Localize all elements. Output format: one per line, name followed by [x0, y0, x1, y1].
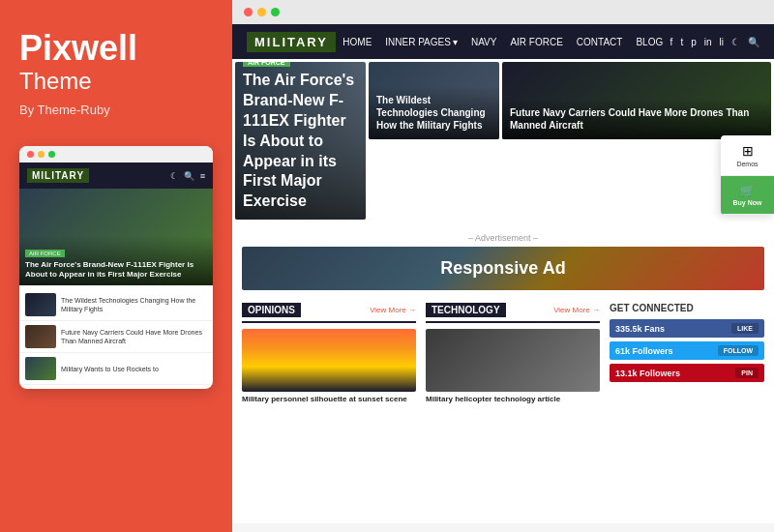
moon-icon[interactable]: ☾ [731, 37, 740, 47]
hero-grid: The Wildest Technologies Changing How th… [232, 59, 774, 225]
article-thumbnail [25, 293, 56, 316]
dot-yellow [38, 151, 45, 158]
hero-overlay-2: Future Navy Carriers Could Have More Dro… [502, 99, 771, 139]
nav-links: HOME INNER PAGES ▾ NAVY AIR FORCE CONTAC… [342, 37, 663, 47]
browser-dot-red [244, 8, 253, 16]
hero-title-2: Future Navy Carriers Could Have More Dro… [510, 106, 763, 132]
hero-title-1: The Wildest Technologies Changing How th… [376, 94, 491, 132]
hero-item-1[interactable]: The Wildest Technologies Changing How th… [369, 62, 499, 139]
hero-item-3[interactable]: AIR FORCE The Air Force's Brand-New F-11… [235, 62, 366, 220]
twitter-action[interactable]: FOLLOW [718, 345, 759, 356]
facebook-info: 335.5k Fans [615, 324, 665, 334]
technology-article-title: Military helicopter technology article [426, 395, 600, 404]
pinterest-icon: p [691, 37, 697, 47]
pinterest-action[interactable]: PIN [735, 368, 759, 378]
hero-badge-3: AIR FORCE [243, 62, 290, 67]
browser-chrome [232, 0, 774, 24]
mini-logo: MILITARY [27, 168, 89, 183]
bottom-grid: OPINIONS View More → Military personnel … [232, 298, 774, 409]
hero-overlay-1: The Wildest Technologies Changing How th… [369, 86, 499, 139]
nav-home[interactable]: HOME [342, 37, 372, 47]
browser-dot-green [271, 8, 280, 16]
twitter-count: 61k Followers [615, 346, 673, 356]
facebook-social-row[interactable]: 335.5k Fans LIKE [610, 319, 764, 338]
mini-preview: MILITARY ☾ 🔍 ≡ AIR FORCE The Air Force's… [19, 146, 213, 389]
pinterest-info: 13.1k Followers [615, 369, 680, 378]
nav-inner-pages[interactable]: INNER PAGES ▾ [385, 37, 458, 47]
list-item: Military Wants to Use Rockets to [19, 353, 213, 385]
linkedin-icon: li [720, 37, 724, 47]
list-item: The Wildest Technologies Changing How th… [19, 289, 213, 321]
mini-nav-icons: ☾ 🔍 ≡ [170, 171, 205, 181]
twitter-info: 61k Followers [615, 346, 673, 356]
technology-header: TECHNOLOGY View More → [426, 303, 600, 323]
social-title: GET CONNECTED [610, 303, 764, 313]
mini-hero-title: The Air Force's Brand-New F-111EX Fighte… [25, 260, 207, 281]
dot-red [27, 151, 34, 158]
pinterest-social-row[interactable]: 13.1k Followers PIN [610, 364, 764, 382]
brand-subtitle: Theme [19, 68, 213, 96]
search-icon: 🔍 [184, 171, 194, 181]
nav-blog[interactable]: BLOG [636, 37, 663, 47]
twitter-icon: t [680, 37, 683, 47]
dot-green [48, 151, 55, 158]
nav-navy[interactable]: NAVY [471, 37, 497, 47]
opinions-title: OPINIONS [242, 303, 301, 317]
facebook-count: 335.5k Fans [615, 324, 665, 334]
article-text: The Wildest Technologies Changing How th… [61, 296, 207, 313]
ad-label: – Advertisement – [242, 233, 764, 243]
opinions-article-title: Military personnel silhouette at sunset … [242, 395, 416, 404]
by-line: By Theme-Ruby [19, 103, 213, 117]
technology-title: TECHNOLOGY [426, 303, 506, 317]
technology-view-more[interactable]: View More → [553, 306, 600, 314]
hero-title-3: The Air Force's Brand-New F-111EX Fighte… [243, 71, 358, 212]
technology-image [426, 329, 600, 392]
mini-hero: AIR FORCE The Air Force's Brand-New F-11… [19, 189, 213, 285]
hero-item-2[interactable]: Future Navy Carriers Could Have More Dro… [502, 62, 771, 139]
ad-section: – Advertisement – Responsive Ad [232, 225, 774, 298]
site-logo: MILITARY [247, 32, 336, 52]
opinions-image [242, 329, 416, 392]
nav-right: f t p in li ☾ 🔍 [670, 37, 759, 47]
mini-hero-badge: AIR FORCE [25, 250, 65, 257]
list-item: Future Navy Carriers Could Have More Dro… [19, 321, 213, 353]
opinions-section: OPINIONS View More → Military personnel … [242, 303, 416, 404]
opinions-header: OPINIONS View More → [242, 303, 416, 323]
article-text: Military Wants to Use Rockets to [61, 365, 159, 373]
article-text: Future Navy Carriers Could Have More Dro… [61, 328, 207, 345]
plugin-panel: ⊞ Demos 🛒 Buy Now [721, 135, 774, 215]
browser-dot-yellow [257, 8, 266, 16]
nav-contact[interactable]: CONTACT [577, 37, 623, 47]
pinterest-count: 13.1k Followers [615, 369, 680, 378]
ad-banner[interactable]: Responsive Ad [242, 247, 764, 290]
mini-dots-bar [19, 146, 213, 163]
ad-text: Responsive Ad [440, 258, 565, 279]
opinions-card[interactable]: Military personnel silhouette at sunset … [242, 329, 416, 404]
social-section: GET CONNECTED 335.5k Fans LIKE 61k Follo… [610, 303, 764, 404]
demos-button[interactable]: ⊞ Demos [721, 135, 774, 176]
nav-air-force[interactable]: AIR FORCE [510, 37, 562, 47]
site-container: MILITARY HOME INNER PAGES ▾ NAVY AIR FOR… [232, 24, 774, 523]
search-icon[interactable]: 🔍 [748, 37, 759, 47]
demos-label: Demos [726, 161, 769, 167]
article-thumbnail [25, 325, 56, 348]
moon-icon: ☾ [170, 171, 178, 181]
mini-hero-overlay: AIR FORCE The Air Force's Brand-New F-11… [19, 236, 213, 286]
hero-overlay-3: AIR FORCE The Air Force's Brand-New F-11… [235, 62, 366, 220]
buy-now-button[interactable]: 🛒 Buy Now [721, 176, 774, 215]
facebook-icon: f [670, 37, 673, 47]
opinions-view-more[interactable]: View More → [370, 306, 416, 314]
buy-now-label: Buy Now [726, 199, 769, 206]
twitter-social-row[interactable]: 61k Followers FOLLOW [610, 341, 764, 360]
article-thumbnail [25, 357, 56, 380]
mini-articles: The Wildest Technologies Changing How th… [19, 285, 213, 389]
menu-icon: ≡ [200, 171, 205, 181]
instagram-icon: in [704, 37, 712, 47]
right-panel: MILITARY HOME INNER PAGES ▾ NAVY AIR FOR… [232, 0, 774, 532]
brand-title: Pixwell [19, 29, 213, 68]
technology-card[interactable]: Military helicopter technology article [426, 329, 600, 404]
facebook-action[interactable]: LIKE [731, 323, 759, 334]
technology-section: TECHNOLOGY View More → Military helicopt… [426, 303, 600, 404]
mini-nav: MILITARY ☾ 🔍 ≡ [19, 163, 213, 189]
left-panel: Pixwell Theme By Theme-Ruby MILITARY ☾ 🔍… [0, 0, 232, 532]
